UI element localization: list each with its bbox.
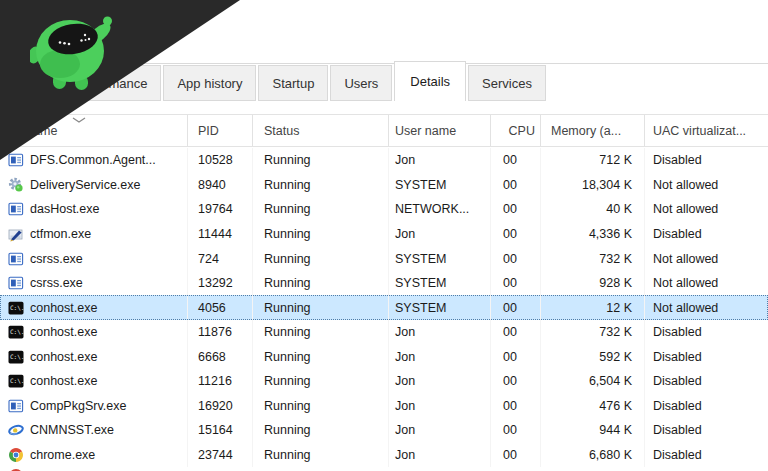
process-name: dasHost.exe bbox=[30, 202, 99, 216]
column-header-uac[interactable]: UAC virtualizat... bbox=[644, 115, 768, 146]
process-name: conhost.exe bbox=[30, 374, 97, 388]
cpu-cell: 00 bbox=[490, 295, 540, 320]
process-name: DeliveryService.exe bbox=[30, 178, 140, 192]
status-cell: Running bbox=[252, 173, 388, 198]
process-name: CompPkgSrv.exe bbox=[30, 399, 126, 413]
column-label: CPU bbox=[509, 124, 535, 138]
column-label: Memory (a... bbox=[551, 124, 621, 138]
process-name: conhost.exe bbox=[30, 325, 97, 339]
process-name-cell: ctfmon.exe bbox=[0, 222, 187, 247]
process-name-cell: DeliveryService.exe bbox=[0, 173, 187, 198]
user-cell: SYSTEM bbox=[388, 246, 490, 271]
svg-text:C:\.: C:\. bbox=[10, 328, 24, 335]
process-name-cell: csrss.exe bbox=[0, 246, 187, 271]
user-cell: Jon bbox=[388, 369, 490, 394]
cpu-cell: 00 bbox=[490, 418, 540, 443]
user-cell: Jon bbox=[388, 148, 490, 173]
memory-cell: 592 K bbox=[540, 345, 644, 370]
memory-cell: 712 K bbox=[540, 148, 644, 173]
process-name-cell: CompPkgSrv.exe bbox=[0, 394, 187, 419]
tab-users[interactable]: Users bbox=[330, 65, 392, 101]
tab-app-history[interactable]: App history bbox=[163, 65, 256, 101]
cpu-cell: 00 bbox=[490, 369, 540, 394]
process-name: conhost.exe bbox=[30, 350, 97, 364]
pid-cell: 4056 bbox=[187, 295, 252, 320]
status-cell: Running bbox=[252, 222, 388, 247]
cpu-cell: 00 bbox=[490, 345, 540, 370]
column-label: PID bbox=[198, 124, 219, 138]
memory-cell: 732 K bbox=[540, 246, 644, 271]
process-name-cell: C:\.conhost.exe bbox=[0, 369, 187, 394]
cpu-cell: 00 bbox=[490, 222, 540, 247]
app-window-icon bbox=[8, 201, 24, 217]
process-row-dashost-exe[interactable]: dasHost.exe19764RunningNETWORK...0040 KN… bbox=[0, 197, 768, 222]
process-row-conhost-exe[interactable]: C:\.conhost.exe11216RunningJon006,504 KD… bbox=[0, 369, 768, 394]
process-row-conhost-exe[interactable]: C:\.conhost.exe11876RunningJon00732 KDis… bbox=[0, 320, 768, 345]
uac-cell: Not allowed bbox=[644, 197, 768, 222]
cpu-cell: 00 bbox=[490, 443, 540, 468]
tab-services[interactable]: Services bbox=[468, 65, 546, 101]
user-cell: Jon bbox=[388, 443, 490, 468]
pen-icon bbox=[8, 226, 24, 242]
process-row-conhost-exe[interactable]: C:\.conhost.exe6668RunningJon00592 KDisa… bbox=[0, 345, 768, 370]
process-name-cell: dasHost.exe bbox=[0, 197, 187, 222]
process-name-cell: chrome.exe bbox=[0, 443, 187, 468]
cpu-cell: 00 bbox=[490, 271, 540, 296]
user-cell: NETWORK... bbox=[388, 197, 490, 222]
process-row-csrss-exe[interactable]: csrss.exe13292RunningSYSTEM00928 KNot al… bbox=[0, 271, 768, 296]
memory-cell: 6,504 K bbox=[540, 369, 644, 394]
process-name-cell: csrss.exe bbox=[0, 271, 187, 296]
process-row-dfs-common-agent[interactable]: DFS.Common.Agent...10528RunningJon00712 … bbox=[0, 148, 768, 173]
column-header-name[interactable]: Name bbox=[0, 115, 187, 146]
uac-cell: Disabled bbox=[644, 148, 768, 173]
pid-cell: 19764 bbox=[187, 197, 252, 222]
pid-cell: 23744 bbox=[187, 443, 252, 468]
status-cell: Running bbox=[252, 148, 388, 173]
memory-cell: 732 K bbox=[540, 320, 644, 345]
process-row-deliveryservice-exe[interactable]: DeliveryService.exe8940RunningSYSTEM0018… bbox=[0, 173, 768, 198]
process-name-cell: C:\.conhost.exe bbox=[0, 345, 187, 370]
process-name: CNMNSST.exe bbox=[30, 423, 114, 437]
pid-cell: 13292 bbox=[187, 271, 252, 296]
tab-startup[interactable]: Startup bbox=[258, 65, 328, 101]
tab-details[interactable]: Details bbox=[394, 61, 466, 101]
memory-cell: 944 K bbox=[540, 418, 644, 443]
process-row-cnmnsst-exe[interactable]: CNMNSST.exe15164RunningJon00944 KDisable… bbox=[0, 418, 768, 443]
pid-cell: 15164 bbox=[187, 418, 252, 443]
uac-cell: Not allowed bbox=[644, 173, 768, 198]
user-cell: Jon bbox=[388, 320, 490, 345]
cpu-cell: 00 bbox=[490, 148, 540, 173]
console-icon: C:\. bbox=[8, 373, 24, 389]
process-row-csrss-exe[interactable]: csrss.exe724RunningSYSTEM00732 KNot allo… bbox=[0, 246, 768, 271]
console-icon: C:\. bbox=[8, 300, 24, 316]
process-name: DFS.Common.Agent... bbox=[30, 153, 156, 167]
process-name-cell: C:\.conhost.exe bbox=[0, 295, 187, 320]
column-header-status[interactable]: Status bbox=[252, 115, 388, 146]
column-label: Status bbox=[264, 124, 299, 138]
tab-bar: PerformanceApp historyStartupUsersDetail… bbox=[59, 61, 546, 101]
memory-cell: 4,336 K bbox=[540, 222, 644, 247]
column-header-cpu[interactable]: CPU bbox=[490, 115, 540, 146]
user-cell: Jon bbox=[388, 394, 490, 419]
column-header-memory[interactable]: Memory (a... bbox=[540, 115, 644, 146]
svg-text:C:\.: C:\. bbox=[10, 303, 24, 310]
process-row-comppkgsrv-exe[interactable]: CompPkgSrv.exe16920RunningJon00476 KDisa… bbox=[0, 394, 768, 419]
pid-cell: 10528 bbox=[187, 148, 252, 173]
column-header-pid[interactable]: PID bbox=[187, 115, 252, 146]
uac-cell: Disabled bbox=[644, 222, 768, 247]
process-row-ctfmon-exe[interactable]: ctfmon.exe11444RunningJon004,336 KDisabl… bbox=[0, 222, 768, 247]
uac-cell: Disabled bbox=[644, 320, 768, 345]
memory-cell: 928 K bbox=[540, 271, 644, 296]
uac-cell: Disabled bbox=[644, 394, 768, 419]
uac-cell: Not allowed bbox=[644, 246, 768, 271]
column-header-user[interactable]: User name bbox=[388, 115, 490, 146]
task-manager-window: PerformanceApp historyStartupUsersDetail… bbox=[0, 0, 768, 471]
process-row-chrome-exe[interactable]: chrome.exe23744RunningJon006,680 KDisabl… bbox=[0, 443, 768, 468]
console-icon: C:\. bbox=[8, 324, 24, 340]
memory-cell: 18,304 K bbox=[540, 173, 644, 198]
process-name-cell: CNMNSST.exe bbox=[0, 418, 187, 443]
process-row-conhost-exe[interactable]: C:\.conhost.exe4056RunningSYSTEM0012 KNo… bbox=[0, 295, 768, 320]
uac-cell: Disabled bbox=[644, 418, 768, 443]
user-cell: Jon bbox=[388, 418, 490, 443]
pid-cell: 11216 bbox=[187, 369, 252, 394]
